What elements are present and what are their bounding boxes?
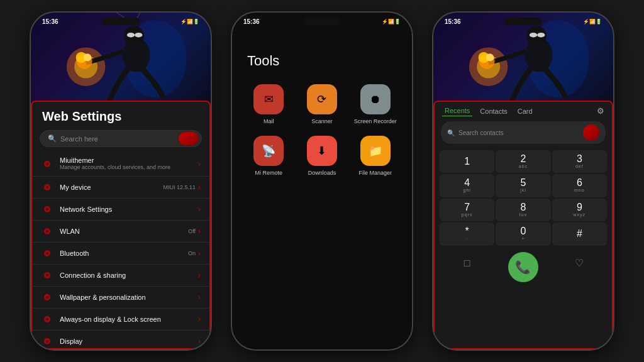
dial-letters: abc: [519, 164, 528, 169]
tool-label: File Manager: [358, 170, 392, 177]
tool-icon: ⏺: [360, 84, 391, 114]
settings-item-content: Network Settings: [60, 206, 192, 213]
tool-label: Downloads: [308, 170, 336, 177]
dial-letters: wxyz: [574, 212, 586, 217]
settings-item-right: ›: [198, 205, 201, 214]
dial-number: 2: [521, 154, 526, 164]
tab-recents[interactable]: Recents: [442, 106, 472, 116]
phone-notch: [102, 18, 140, 25]
tool-item[interactable]: ⟳ Scanner: [301, 84, 344, 126]
settings-item[interactable]: My device MIUI 12.5.11 ›: [32, 177, 209, 199]
call-button[interactable]: 📞: [508, 252, 538, 282]
dialer-content: Recents Contacts Card ⚙ 🔍 Search contact…: [433, 101, 613, 349]
phone-notch-2: [303, 18, 341, 25]
settings-item-right: On ›: [188, 249, 201, 258]
tools-grid: ✉ Mail ⟳ Scanner ⏺ Screen Recorder 📡 Mi …: [232, 84, 412, 177]
settings-item-icon: [41, 181, 53, 194]
contact-search-bar[interactable]: 🔍 Search contacts: [441, 121, 606, 144]
settings-item-icon: [41, 335, 53, 348]
dial-key[interactable]: #: [552, 222, 607, 245]
dial-key[interactable]: 3 def: [552, 150, 607, 173]
search-thumb: [179, 132, 199, 145]
dial-key[interactable]: 2 abc: [496, 150, 550, 173]
settings-item-content: Bluetooth: [60, 250, 182, 257]
settings-item[interactable]: Always-on display & Lock screen ›: [32, 309, 209, 331]
settings-item-sub: Manage accounts, cloud services, and mor…: [60, 164, 192, 172]
dial-key[interactable]: 7 pqrs: [440, 199, 494, 221]
dial-key[interactable]: 9 wxyz: [552, 199, 607, 221]
dialer-settings-icon[interactable]: ⚙: [597, 106, 604, 116]
chevron-icon: ›: [198, 315, 201, 324]
chevron-icon: ›: [198, 205, 201, 214]
status-icons-1: ⚡📶🔋: [180, 19, 199, 25]
dialpad: 1 2 abc 3 def 4 ghi 5 jkl 6 mno 7 pqrs 8…: [435, 148, 612, 248]
dial-number: 5: [521, 178, 526, 188]
settings-title: Web Settings: [32, 102, 209, 128]
tools-content: Tools ✉ Mail ⟳ Scanner ⏺ Screen Recorder…: [232, 28, 412, 349]
settings-item[interactable]: Wallpaper & personalization ›: [32, 287, 209, 309]
tab-card[interactable]: Card: [515, 106, 535, 116]
dial-number: *: [465, 226, 469, 236]
dialer-bottom: □ 📞 ♡: [435, 248, 612, 285]
dial-key[interactable]: 8 tuv: [496, 199, 550, 221]
settings-item-title: My device: [60, 184, 157, 191]
dial-key[interactable]: 4 ghi: [440, 174, 494, 197]
dial-number: 0: [521, 226, 526, 236]
settings-item[interactable]: Display ›: [32, 331, 209, 349]
settings-item-content: WLAN: [60, 228, 182, 235]
dial-letters: mno: [574, 188, 585, 193]
dial-key[interactable]: 1: [440, 150, 494, 173]
svg-point-48: [486, 53, 494, 61]
dial-number: 8: [521, 202, 526, 212]
tool-item[interactable]: ✉ Mail: [247, 84, 291, 126]
settings-search-bar[interactable]: 🔍 Search here: [40, 130, 202, 147]
settings-item-right: ›: [198, 160, 201, 168]
tool-item[interactable]: ⏺ Screen Recorder: [353, 84, 397, 126]
settings-item-title: Bluetooth: [60, 250, 182, 257]
chevron-icon: ›: [198, 271, 201, 280]
nav-home-btn[interactable]: □: [440, 252, 494, 275]
tool-item[interactable]: 📡 Mi Remote: [247, 136, 291, 177]
tab-contacts[interactable]: Contacts: [477, 106, 509, 116]
settings-list: Miuithemer Manage accounts, cloud servic…: [32, 152, 209, 349]
settings-item-content: My device: [60, 184, 157, 191]
dial-number: #: [577, 229, 582, 239]
settings-item[interactable]: Miuithemer Manage accounts, cloud servic…: [32, 152, 209, 177]
settings-item-right: ›: [198, 315, 201, 324]
status-time-3: 15:36: [445, 18, 461, 25]
settings-item-right: ›: [198, 337, 201, 346]
settings-item-right: ›: [198, 271, 201, 280]
settings-item-title: Always-on display & Lock screen: [60, 315, 192, 323]
dial-letters: +: [521, 236, 525, 241]
status-time-1: 15:36: [42, 18, 58, 25]
tool-item[interactable]: ⬇ Downloads: [301, 136, 344, 177]
dial-key[interactable]: 6 mno: [552, 174, 607, 197]
favorite-btn[interactable]: ♡: [552, 252, 607, 275]
tool-label: Screen Recorder: [354, 118, 397, 126]
settings-item[interactable]: Connection & sharing ›: [32, 265, 209, 287]
tool-icon: ⟳: [307, 84, 337, 114]
settings-item-icon: [41, 269, 53, 282]
dial-key[interactable]: * ·: [440, 222, 494, 245]
contact-search-thumb: [583, 124, 599, 141]
dial-key[interactable]: 5 jkl: [496, 174, 550, 197]
tool-item[interactable]: 📁 File Manager: [353, 136, 397, 177]
settings-item[interactable]: Network Settings ›: [32, 199, 209, 221]
chevron-icon: ›: [198, 249, 201, 258]
settings-item-icon: [41, 247, 53, 260]
tool-label: Mi Remote: [255, 170, 283, 177]
settings-item[interactable]: Bluetooth On ›: [32, 243, 209, 265]
phone-notch-3: [504, 18, 542, 25]
chevron-icon: ›: [198, 337, 201, 346]
settings-item-title: Wallpaper & personalization: [60, 293, 192, 301]
settings-item[interactable]: WLAN Off ›: [32, 221, 209, 243]
spiderman-image: [31, 13, 211, 113]
status-icons-3: ⚡📶🔋: [583, 19, 602, 25]
tool-icon: ⬇: [307, 136, 337, 166]
search-bar-inner: 🔍 Search here: [48, 134, 194, 143]
settings-item-right: Off ›: [188, 227, 201, 236]
dial-key[interactable]: 0 +: [496, 222, 550, 245]
spiderman-image-3: [433, 13, 613, 113]
settings-item-content: Miuithemer Manage accounts, cloud servic…: [60, 156, 192, 172]
search-icon-contacts: 🔍: [447, 129, 455, 136]
